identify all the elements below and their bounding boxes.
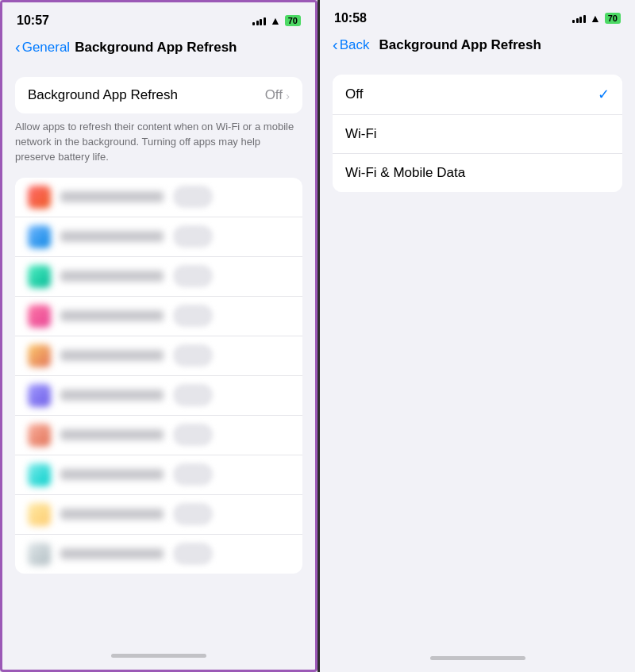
option-row-wifi[interactable]: Wi-Fi (333, 115, 622, 154)
background-refresh-card: Background App Refresh Off › (15, 77, 302, 113)
app-row-5 (15, 336, 302, 376)
background-refresh-row[interactable]: Background App Refresh Off › (15, 77, 302, 113)
options-card: Off ✓ Wi-Fi Wi-Fi & Mobile Data (333, 75, 622, 192)
signal-icon-left (252, 16, 266, 25)
nav-title-left: Background App Refresh (75, 40, 237, 56)
check-icon-off: ✓ (598, 86, 610, 103)
home-indicator-left (2, 646, 315, 670)
option-row-wifi-mobile[interactable]: Wi-Fi & Mobile Data (333, 154, 622, 192)
right-spacer (320, 192, 635, 648)
chevron-right-icon: › (286, 89, 290, 102)
nav-bar-left: ‹ General Background App Refresh (2, 36, 315, 64)
back-button-left[interactable]: ‹ General (15, 39, 70, 56)
status-bar-right: 10:58 ▲ 70 (320, 0, 635, 33)
signal-icon-right (572, 13, 586, 23)
chevron-left-icon-right: ‹ (333, 36, 338, 54)
option-label-wifi: Wi-Fi (345, 126, 377, 142)
chevron-left-icon-left: ‹ (15, 38, 21, 56)
option-label-wifi-mobile: Wi-Fi & Mobile Data (345, 165, 465, 181)
content-area-left: Background App Refresh Off › Allow apps … (2, 64, 315, 646)
option-row-off[interactable]: Off ✓ (333, 75, 622, 115)
app-row-7 (15, 416, 302, 455)
battery-icon-left: 70 (285, 15, 301, 26)
app-row-3 (15, 257, 302, 297)
description-text: Allow apps to refresh their content when… (2, 113, 315, 178)
background-refresh-label: Background App Refresh (28, 87, 178, 103)
app-row-2 (15, 217, 302, 257)
left-phone-panel: 10:57 ▲ 70 ‹ General Background App Refr… (0, 0, 318, 672)
app-row-4 (15, 297, 302, 336)
app-row-9 (15, 495, 302, 535)
home-indicator-right (320, 648, 635, 672)
wifi-icon-right: ▲ (590, 12, 601, 25)
status-time-right: 10:58 (334, 11, 367, 25)
back-button-right[interactable]: ‹ Back (333, 36, 369, 54)
background-refresh-value-group: Off › (265, 87, 290, 103)
background-refresh-value: Off (265, 87, 283, 103)
status-icons-left: ▲ 70 (252, 14, 301, 27)
home-bar-left (111, 654, 206, 658)
nav-title-right: Background App Refresh (379, 37, 541, 53)
option-label-off: Off (345, 86, 363, 102)
app-row-10 (15, 535, 302, 574)
status-bar-left: 10:57 ▲ 70 (2, 2, 315, 36)
app-row-1 (15, 178, 302, 217)
status-icons-right: ▲ 70 (572, 12, 621, 25)
nav-bar-right: ‹ Back Background App Refresh (320, 33, 635, 62)
app-row-8 (15, 455, 302, 495)
wifi-icon-left: ▲ (270, 14, 281, 27)
back-label-right: Back (340, 37, 370, 53)
battery-icon-right: 70 (605, 13, 621, 24)
home-bar-right (430, 656, 525, 660)
right-phone-panel: 10:58 ▲ 70 ‹ Back Background App Refresh… (318, 0, 635, 672)
app-row-6 (15, 376, 302, 416)
app-list-card (15, 178, 302, 574)
status-time-left: 10:57 (17, 13, 49, 28)
back-label-left: General (22, 40, 70, 56)
